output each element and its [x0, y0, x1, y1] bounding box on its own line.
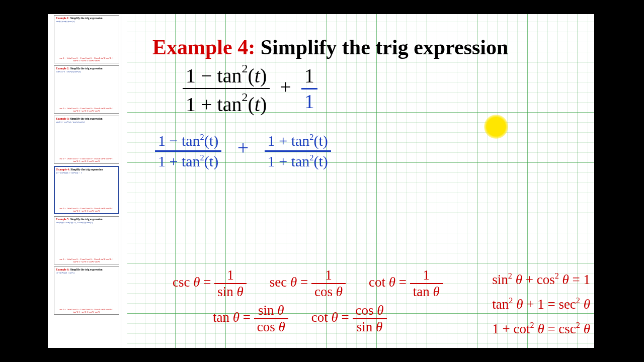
- slide-title: Example 4: Simplify the trig expression: [152, 35, 508, 59]
- content-area: Example 1: Simplify the trig expressions…: [48, 14, 594, 348]
- frac1-den: 1 + tan2(t): [186, 93, 267, 116]
- id-tan: tan θ = sin θcos θ: [213, 304, 288, 334]
- id-cot: cot θ = 1tan θ: [369, 268, 443, 299]
- slide-thumbnail-4[interactable]: Example 4: Simplify the trig expression(…: [54, 166, 119, 214]
- title-text: Simplify the trig expression: [261, 36, 509, 59]
- fraction-2: 1 1: [301, 65, 317, 113]
- slide-thumbnail-1[interactable]: Example 1: Simplify the trig expressions…: [54, 15, 119, 63]
- slide-thumbnail-3[interactable]: Example 3: Simplify the trig expressions…: [54, 116, 119, 164]
- id-pyth-3: 1 + cot2 θ = csc2 θ: [492, 319, 590, 339]
- stage: Example 1: Simplify the trig expressions…: [0, 0, 644, 362]
- hw-fraction-1: 1 − tan2(t) 1 + tan2(t): [155, 132, 221, 170]
- frac1-num: 1 − tan2(t): [186, 64, 267, 87]
- id-sec: sec θ = 1cos θ: [270, 268, 346, 299]
- id-csc: csc θ = 1sin θ: [173, 268, 247, 299]
- frac2-den: 1: [301, 89, 317, 113]
- trig-identities: csc θ = 1sin θ sec θ = 1cos θ cot θ = 1t…: [173, 268, 590, 339]
- slide-thumbnail-panel: Example 1: Simplify the trig expressions…: [53, 14, 121, 348]
- slide-thumbnail-6[interactable]: Example 6: Simplify the trig expression(…: [54, 266, 119, 315]
- fraction-1: 1 − tan2(t) 1 + tan2(t): [183, 62, 270, 116]
- plus-sign: +: [275, 75, 296, 98]
- cursor-highlight-icon: [484, 115, 508, 139]
- hw-plus: +: [225, 136, 261, 159]
- frac2-num: 1: [301, 65, 317, 88]
- id-pyth-1: sin2 θ + cos2 θ = 1: [492, 270, 590, 290]
- printed-expression: 1 − tan2(t) 1 + tan2(t) + 1 1: [183, 62, 317, 116]
- id-pyth-2: tan2 θ + 1 = sec2 θ: [492, 295, 590, 314]
- id-cot2: cot θ = cos θsin θ: [311, 304, 387, 334]
- pythagorean-identities: sin2 θ + cos2 θ = 1 tan2 θ + 1 = sec2 θ …: [492, 270, 590, 339]
- slide-canvas: Example 4: Simplify the trig expression …: [127, 14, 594, 348]
- hw-fraction-2: 1 + tan2(t) 1 + tan2(t): [265, 132, 331, 170]
- slide-thumbnail-2[interactable]: Example 2: Simplify the trig expressionc…: [54, 65, 119, 114]
- slide-thumbnail-5[interactable]: Example 5: Simplify the trig expressions…: [54, 216, 119, 264]
- title-label: Example 4:: [152, 36, 255, 59]
- handwritten-work: 1 − tan2(t) 1 + tan2(t) + 1 + tan2(t) 1 …: [155, 132, 331, 170]
